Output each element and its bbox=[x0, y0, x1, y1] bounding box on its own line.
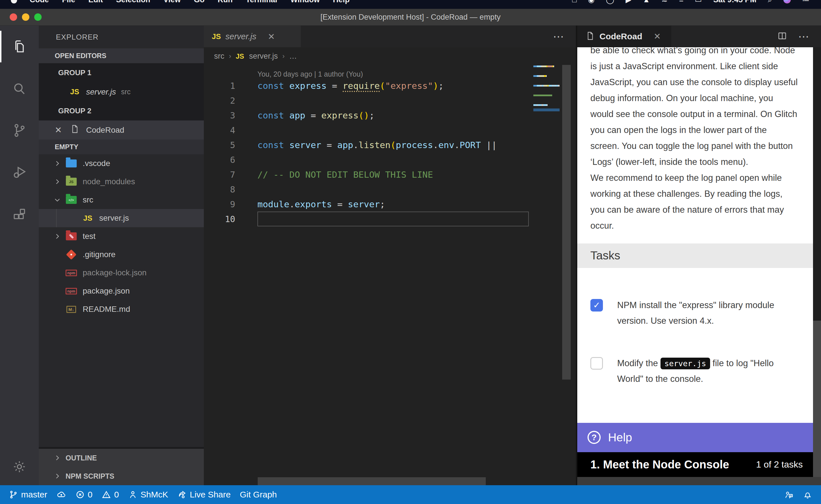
sidebar-section-npm-scripts[interactable]: NPM SCRIPTS bbox=[39, 467, 204, 485]
codelens-annotation[interactable]: You, 20 days ago | 1 author (You) bbox=[204, 65, 576, 78]
line-number: 6 bbox=[204, 155, 241, 165]
file-icon bbox=[585, 30, 595, 43]
panel-more-actions-icon[interactable]: ⋯ bbox=[798, 30, 810, 43]
tree-item-node-modules[interactable]: JSnode_modules bbox=[39, 173, 204, 191]
code-line-1[interactable]: 1const express = require("express"); bbox=[204, 78, 576, 93]
menu-item-help[interactable]: Help bbox=[333, 0, 350, 4]
status-warnings[interactable]: 0 bbox=[97, 485, 123, 504]
menu-status-icon[interactable]: □ bbox=[572, 0, 577, 4]
tutorial-text-line: We recommend to keep the log panel open … bbox=[590, 170, 813, 186]
activity-source-control-icon[interactable] bbox=[0, 109, 39, 151]
spotlight-icon[interactable]: ⌕ bbox=[768, 0, 772, 4]
webview-scrollbar[interactable] bbox=[813, 47, 821, 477]
help-button[interactable]: ? Help bbox=[577, 423, 813, 452]
status-errors[interactable]: 0 bbox=[71, 485, 97, 504]
siri-icon[interactable] bbox=[783, 0, 791, 3]
src-folder-icon: </> bbox=[66, 196, 77, 204]
split-editor-icon[interactable] bbox=[777, 31, 798, 42]
activity-run-debug-icon[interactable] bbox=[0, 151, 39, 193]
task-text: Modify the server.js file to log "HelloW… bbox=[617, 355, 774, 387]
sidebar-section-outline[interactable]: OUTLINE bbox=[39, 449, 204, 467]
minimap[interactable] bbox=[533, 65, 559, 485]
tree-item-package-lock-json[interactable]: npmpackage-lock.json bbox=[39, 264, 204, 282]
tree-item-test[interactable]: test bbox=[39, 227, 204, 245]
close-tab-icon[interactable]: ✕ bbox=[654, 31, 661, 41]
open-editor-coderoad[interactable]: ✕CodeRoad bbox=[39, 120, 204, 140]
close-editor-icon[interactable]: ✕ bbox=[55, 125, 67, 135]
code-editor[interactable]: You, 20 days ago | 1 author (You) 1const… bbox=[204, 65, 576, 485]
tutorial-text-line: occur. bbox=[590, 218, 813, 234]
code-line-4[interactable]: 4 bbox=[204, 123, 576, 138]
lesson-footer[interactable]: 1. Meet the Node Console 1 of 2 tasks bbox=[577, 452, 813, 477]
status-git-graph[interactable]: Git Graph bbox=[235, 485, 281, 504]
open-editor-server-js[interactable]: ✕JSserver.jssrc bbox=[39, 82, 204, 101]
breadcrumb-segment[interactable]: src bbox=[214, 52, 225, 61]
breadcrumb-segment[interactable]: JS server.js bbox=[236, 52, 278, 61]
status-live-share[interactable]: Live Share bbox=[173, 485, 235, 504]
settings-gear-icon[interactable] bbox=[0, 448, 39, 485]
task-checkbox-checked[interactable]: ✓ bbox=[590, 299, 603, 312]
tutorial-text-line: screen. You can toggle the log panel wit… bbox=[590, 138, 813, 154]
tutorial-text-line: JavaScript, you can use the console to d… bbox=[590, 74, 813, 90]
menu-item-file[interactable]: File bbox=[62, 0, 75, 4]
line-number: 4 bbox=[204, 125, 241, 135]
editor-more-actions-icon[interactable]: ⋯ bbox=[553, 30, 565, 43]
menu-item-terminal[interactable]: Terminal bbox=[246, 0, 277, 4]
status-git-branch-status[interactable]: master bbox=[4, 485, 52, 504]
menu-status-icon[interactable]: ▲ bbox=[643, 0, 650, 4]
menu-item-go[interactable]: Go bbox=[194, 0, 205, 4]
tree-item-server-js[interactable]: JSserver.js bbox=[39, 209, 204, 227]
sidebar-title: EXPLORER bbox=[39, 26, 204, 48]
menu-item-selection[interactable]: Selection bbox=[116, 0, 150, 4]
apple-menu-icon[interactable] bbox=[11, 0, 17, 3]
tree-item-package-json[interactable]: npmpackage.json bbox=[39, 282, 204, 300]
menu-status-icon[interactable]: ≋ bbox=[661, 0, 668, 4]
menu-item-code[interactable]: Code bbox=[30, 0, 49, 4]
editor-horizontal-scrollbar[interactable] bbox=[258, 477, 486, 485]
git-icon bbox=[66, 249, 77, 260]
menu-status-icon[interactable]: ▭ bbox=[695, 0, 702, 4]
window-title-bar: [Extension Development Host] - CodeRoad … bbox=[0, 9, 821, 26]
status-live-share-account[interactable]: ShMcK bbox=[123, 485, 173, 504]
code-line-6[interactable]: 6 bbox=[204, 152, 576, 167]
code-line-8[interactable]: 8 bbox=[204, 182, 576, 197]
code-line-5[interactable]: 5const server = app.listen(process.env.P… bbox=[204, 138, 576, 152]
control-center-icon[interactable]: ≔ bbox=[802, 0, 810, 4]
menu-status-icon[interactable]: ◯ bbox=[606, 0, 614, 4]
tree-item-readme-md[interactable]: M↓README.md bbox=[39, 300, 204, 318]
editor-vertical-scrollbar[interactable] bbox=[562, 65, 571, 380]
status-publish-changes[interactable] bbox=[52, 485, 71, 504]
breadcrumb-segment[interactable]: … bbox=[289, 52, 297, 61]
code-line-2[interactable]: 2 bbox=[204, 93, 576, 108]
activity-explorer-icon[interactable] bbox=[0, 26, 39, 67]
activity-search-icon[interactable] bbox=[0, 67, 39, 109]
menu-status-icon[interactable]: ≡ bbox=[679, 0, 683, 4]
close-tab-icon[interactable]: ✕ bbox=[268, 32, 275, 42]
menu-status-icon[interactable]: ▶ bbox=[626, 0, 632, 4]
tree-item--vscode[interactable]: .vscode bbox=[39, 154, 204, 173]
code-line-10[interactable]: 10 bbox=[204, 212, 576, 226]
code-line-9[interactable]: 9module.exports = server; bbox=[204, 197, 576, 212]
tree-item-src[interactable]: </>src bbox=[39, 191, 204, 209]
code-line-3[interactable]: 3const app = express(); bbox=[204, 108, 576, 123]
tutorial-text-line: debug information. On your local machine… bbox=[590, 90, 813, 106]
inline-code-chip: server.js bbox=[661, 358, 710, 369]
menu-item-window[interactable]: Window bbox=[291, 0, 320, 4]
tutorial-text-line: you can be aware of the nature of errors… bbox=[590, 202, 813, 218]
open-editors-header[interactable]: OPEN EDITORS bbox=[39, 48, 204, 63]
menu-status-icon[interactable]: ◉ bbox=[588, 0, 595, 4]
tasks-section-header: Tasks bbox=[577, 243, 813, 268]
task-checkbox-unchecked[interactable] bbox=[590, 357, 603, 370]
tree-item--gitignore[interactable]: .gitignore bbox=[39, 245, 204, 264]
menu-item-view[interactable]: View bbox=[163, 0, 181, 4]
menu-item-run[interactable]: Run bbox=[218, 0, 233, 4]
status-feedback[interactable] bbox=[779, 485, 798, 504]
activity-extensions-icon[interactable] bbox=[0, 193, 39, 235]
tab-coderoad[interactable]: CodeRoad ✕ bbox=[577, 26, 671, 47]
menu-clock[interactable]: Sat 9:45 PM bbox=[713, 0, 757, 4]
workspace-folder-header[interactable]: EMPTY bbox=[39, 140, 204, 154]
status-notifications[interactable] bbox=[798, 485, 817, 504]
menu-item-edit[interactable]: Edit bbox=[88, 0, 103, 4]
code-line-7[interactable]: 7// -- DO NOT EDIT BELOW THIS LINE bbox=[204, 167, 576, 182]
tab-server-js[interactable]: JS server.js ✕ bbox=[204, 26, 301, 47]
